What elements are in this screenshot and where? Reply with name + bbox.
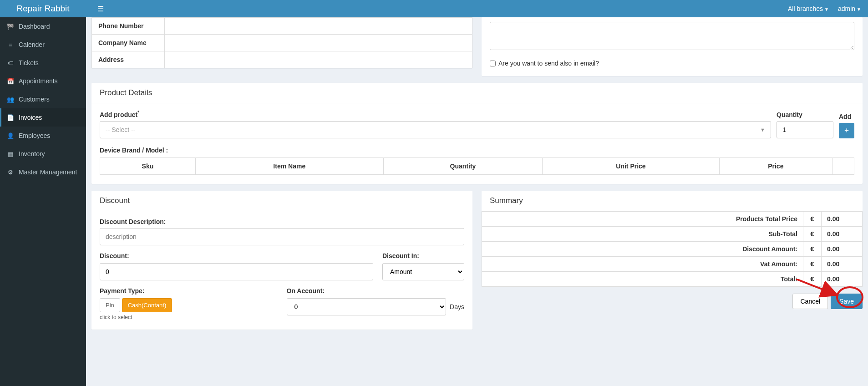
address-label: Address [92, 51, 165, 68]
payment-cash-button[interactable]: Cash(Contant) [122, 298, 173, 312]
summary-row-total: Total:€0.00 [482, 271, 863, 286]
send-email-checkbox[interactable] [490, 61, 496, 66]
invoice-description-textarea[interactable] [490, 22, 854, 50]
address-value [165, 51, 472, 68]
user-dropdown[interactable]: admin▼ [838, 5, 861, 12]
col-price: Price [719, 157, 832, 174]
sidebar-item-calender[interactable]: ≡Calender [0, 36, 86, 54]
main-content: Phone Number Company Name Address Are yo… [86, 17, 868, 386]
summary-panel: Summary Products Total Price€0.00 Sub-To… [482, 191, 863, 287]
ticket-icon: 🏷 [7, 60, 14, 66]
summary-row-discount: Discount Amount:€0.00 [482, 241, 863, 256]
caret-down-icon: ▼ [824, 7, 829, 12]
sidebar-item-dashboard[interactable]: 🏁Dashboard [0, 17, 86, 36]
quantity-label: Quantity [777, 111, 833, 118]
sidebar-item-tickets[interactable]: 🏷Tickets [0, 54, 86, 72]
user-icon: 👤 [7, 132, 14, 139]
col-sku: Sku [100, 157, 196, 174]
sidebar-item-appointments[interactable]: 📅Appointments [0, 72, 86, 90]
col-item-name: Item Name [195, 157, 383, 174]
company-value [165, 35, 472, 51]
add-label: Add [839, 113, 854, 120]
device-brand-model-label: Device Brand / Model : [100, 147, 854, 154]
calendar-icon: 📅 [7, 78, 14, 85]
summary-row-subtotal: Sub-Total€0.00 [482, 226, 863, 241]
sidebar-item-inventory[interactable]: ▦Inventory [0, 145, 86, 163]
caret-down-icon: ▼ [760, 127, 765, 132]
file-icon: 📄 [7, 114, 14, 121]
tachometer-icon: 🏁 [7, 23, 14, 30]
discount-amount-input[interactable] [100, 263, 373, 280]
col-actions [832, 157, 854, 174]
add-product-label: Add product [100, 110, 771, 118]
caret-down-icon: ▼ [857, 7, 861, 12]
brand-logo[interactable]: Repair Rabbit [0, 0, 86, 17]
payment-type-label: Payment Type: [100, 287, 278, 295]
click-to-select-hint: click to select [100, 314, 278, 320]
col-unit-price: Unit Price [543, 157, 719, 174]
users-icon: 👥 [7, 96, 14, 103]
discount-amount-label: Discount: [100, 252, 373, 259]
sidebar-item-master-management[interactable]: ⚙Master Management [0, 163, 86, 181]
phone-value [165, 18, 472, 35]
on-account-label: On Account: [287, 287, 465, 295]
sidebar-item-employees[interactable]: 👤Employees [0, 127, 86, 145]
quantity-input[interactable] [777, 121, 833, 138]
company-label: Company Name [92, 35, 165, 51]
send-email-label: Are you want to send also in email? [498, 60, 599, 67]
on-account-select[interactable]: 0 [287, 298, 447, 315]
customer-info-table: Phone Number Company Name Address [91, 17, 472, 68]
summary-table: Products Total Price€0.00 Sub-Total€0.00… [482, 211, 863, 287]
product-details-title: Product Details [91, 83, 863, 103]
top-header: Repair Rabbit ☰ All branches▼ admin▼ [0, 0, 868, 17]
product-select[interactable]: -- Select -- ▼ [100, 121, 771, 138]
summary-row-products-total: Products Total Price€0.00 [482, 211, 863, 226]
days-suffix: Days [450, 303, 464, 310]
items-table: Sku Item Name Quantity Unit Price Price [100, 157, 854, 175]
sidebar: 🏁Dashboard ≡Calender 🏷Tickets 📅Appointme… [0, 17, 86, 386]
sidebar-item-customers[interactable]: 👥Customers [0, 90, 86, 108]
discount-in-select[interactable]: Amount [382, 263, 464, 280]
save-button[interactable]: Save [831, 294, 863, 309]
add-product-button[interactable]: ＋ [839, 123, 854, 138]
discount-title: Discount [91, 191, 472, 211]
payment-pin-button[interactable]: Pin [100, 298, 120, 312]
menu-toggle-button[interactable]: ☰ [93, 2, 108, 15]
summary-title: Summary [482, 191, 863, 211]
discount-in-label: Discount In: [382, 252, 464, 259]
grid-icon: ▦ [7, 151, 14, 157]
discount-desc-input[interactable] [100, 228, 464, 245]
product-details-panel: Product Details Add product -- Select --… [91, 83, 863, 184]
phone-label: Phone Number [92, 18, 165, 35]
summary-row-vat: Vat Amount:€0.00 [482, 256, 863, 271]
branches-dropdown[interactable]: All branches▼ [788, 5, 829, 12]
sliders-icon: ⚙ [7, 169, 14, 176]
cancel-button[interactable]: Cancel [792, 294, 828, 309]
sidebar-item-invoices[interactable]: 📄Invoices [0, 108, 86, 127]
discount-panel: Discount Discount Description: Discount:… [91, 191, 472, 330]
hamburger-icon: ☰ [97, 5, 104, 13]
plus-icon: ＋ [843, 126, 850, 135]
list-icon: ≡ [7, 41, 14, 48]
discount-desc-label: Discount Description: [100, 218, 464, 225]
col-quantity: Quantity [383, 157, 543, 174]
actions-row: Cancel Save [482, 294, 863, 309]
